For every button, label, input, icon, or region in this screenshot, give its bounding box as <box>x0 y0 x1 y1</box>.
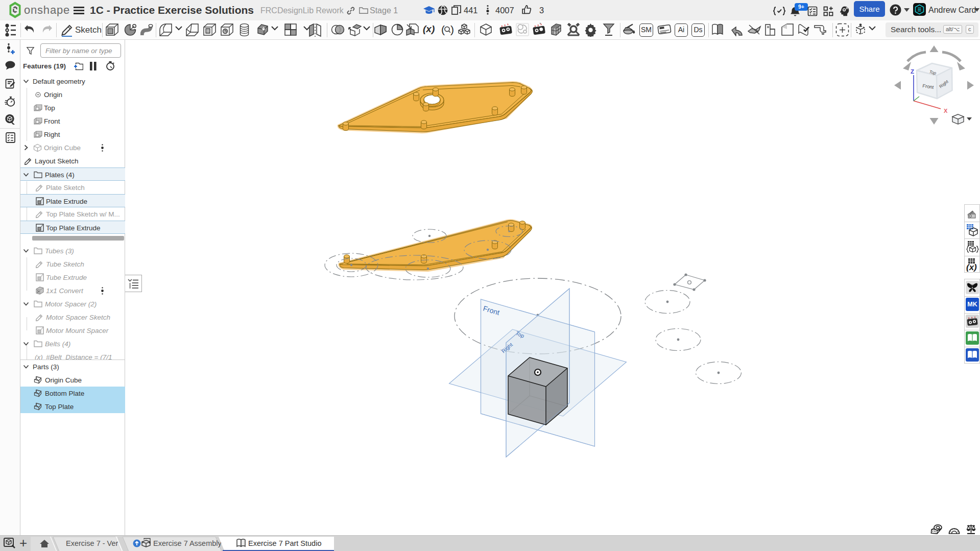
svg-text:Exercise 7 Part Studio: Exercise 7 Part Studio <box>248 539 321 547</box>
svg-text:X: X <box>944 108 948 114</box>
svg-text:Exercise 7 Assembly: Exercise 7 Assembly <box>153 539 222 547</box>
svg-text:): ) <box>450 23 454 35</box>
svg-text:(: ( <box>441 23 445 35</box>
svg-text:(x): (x) <box>966 262 977 272</box>
svg-text:Z: Z <box>911 68 914 75</box>
svg-text:Exercise 7 - Ver: Exercise 7 - Ver <box>66 539 118 547</box>
